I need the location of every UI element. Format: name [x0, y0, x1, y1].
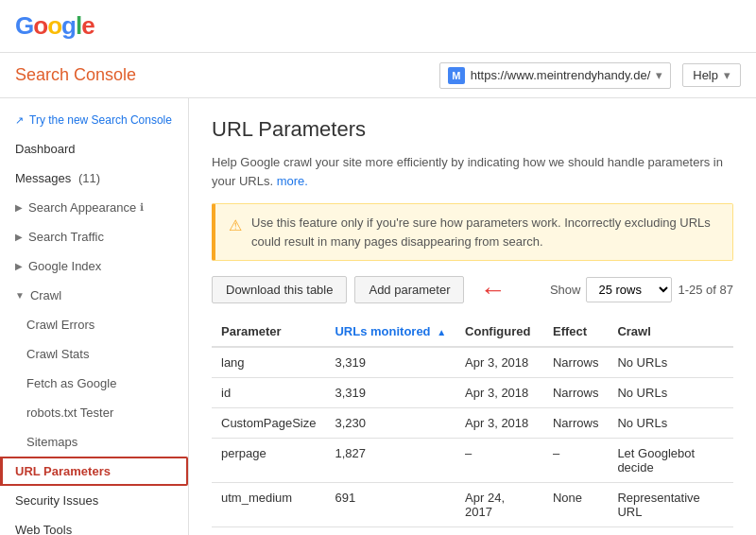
cell-crawl: Representative URL [608, 527, 733, 536]
site-url: https://www.meintrendyhandy.de/ [471, 68, 651, 82]
table-header-row: Parameter URLs monitored ▲ Configured Ef… [212, 317, 733, 347]
rows-per-page-select[interactable]: 25 rows 50 rows 100 rows [586, 277, 672, 302]
main-content: URL Parameters Help Google crawl your si… [189, 98, 756, 535]
table-row: CustomPageSize 3,230 Apr 3, 2018 Narrows… [212, 408, 733, 439]
sidebar-item-search-appearance[interactable]: ▶ Search Appearance ℹ [0, 193, 188, 222]
page-description: Help Google crawl your site more efficie… [212, 153, 733, 190]
cell-crawl: No URLs [608, 378, 733, 408]
cell-configured: Apr 3, 2018 [455, 408, 543, 439]
cell-effect: Narrows [543, 378, 608, 408]
top-bar: Google [0, 0, 756, 53]
cell-configured: Apr 3, 2018 [455, 378, 543, 408]
sidebar-item-dashboard[interactable]: Dashboard [0, 134, 188, 164]
help-button[interactable]: Help ▾ [682, 63, 741, 87]
sidebar-item-google-index[interactable]: ▶ Google Index [0, 251, 188, 281]
site-favicon: M [448, 67, 465, 84]
warning-box: ⚠ Use this feature only if you're sure h… [212, 203, 733, 261]
sidebar-item-crawl-stats[interactable]: Crawl Stats [0, 339, 188, 369]
external-link-icon: ↗ [15, 114, 24, 127]
add-parameter-button[interactable]: Add parameter [354, 276, 464, 303]
table-row: id 3,319 Apr 3, 2018 Narrows No URLs [212, 378, 733, 408]
cell-urls-monitored: 3,230 [325, 408, 455, 439]
expand-icon-traffic: ▶ [15, 232, 23, 242]
table-row: utm_campaign 691 Apr 24, 2017 None Repre… [212, 527, 733, 536]
help-chevron-icon: ▾ [724, 68, 730, 82]
cell-parameter: utm_medium [212, 483, 325, 527]
arrow-annotation: ← [479, 277, 506, 303]
col-urls-monitored[interactable]: URLs monitored ▲ [325, 317, 455, 347]
sidebar: ↗ Try the new Search Console Dashboard M… [0, 98, 189, 535]
table-row: lang 3,319 Apr 3, 2018 Narrows No URLs [212, 347, 733, 378]
cell-parameter: utm_campaign [212, 527, 325, 536]
warning-icon: ⚠ [229, 215, 242, 237]
cell-crawl: No URLs [608, 408, 733, 439]
expand-icon-index: ▶ [15, 261, 23, 271]
main-layout: ↗ Try the new Search Console Dashboard M… [0, 98, 756, 535]
search-console-title: Search Console [15, 65, 439, 85]
toolbar: Download this table Add parameter ← Show… [212, 276, 733, 303]
sidebar-item-fetch-as-google[interactable]: Fetch as Google [0, 369, 188, 398]
cell-configured: Apr 24, 2017 [455, 527, 543, 536]
site-selector[interactable]: M https://www.meintrendyhandy.de/ ▾ [439, 62, 672, 89]
page-title: URL Parameters [212, 117, 733, 142]
warning-text: Use this feature only if you're sure how… [251, 214, 719, 250]
sidebar-item-url-parameters-wrapper: URL Parameters [0, 457, 188, 486]
col-effect: Effect [543, 317, 608, 347]
more-link[interactable]: more. [277, 174, 308, 188]
cell-crawl: Let Googlebot decide [608, 439, 733, 483]
cell-parameter: id [212, 378, 325, 408]
sidebar-item-search-traffic[interactable]: ▶ Search Traffic [0, 222, 188, 251]
info-icon: ℹ [140, 201, 144, 214]
pagination-info: 1-25 of 87 [678, 283, 733, 297]
nav-bar: Search Console M https://www.meintrendyh… [0, 53, 756, 98]
cell-crawl: No URLs [608, 347, 733, 378]
col-parameter: Parameter [212, 317, 325, 347]
cell-urls-monitored: 691 [325, 527, 455, 536]
table-row: perpage 1,827 – – Let Googlebot decide [212, 439, 733, 483]
cell-parameter: lang [212, 347, 325, 378]
expand-icon: ▶ [15, 202, 23, 213]
cell-urls-monitored: 691 [325, 483, 455, 527]
col-crawl: Crawl [608, 317, 733, 347]
cell-configured: Apr 24, 2017 [455, 483, 543, 527]
cell-effect: None [543, 527, 608, 536]
site-selector-chevron-icon: ▾ [656, 68, 662, 82]
table-row: utm_medium 691 Apr 24, 2017 None Represe… [212, 483, 733, 527]
sidebar-item-crawl[interactable]: ▼ Crawl [0, 281, 188, 310]
cell-urls-monitored: 3,319 [325, 378, 455, 408]
cell-parameter: CustomPageSize [212, 408, 325, 439]
col-configured: Configured [455, 317, 543, 347]
cell-effect: None [543, 483, 608, 527]
cell-effect: Narrows [543, 347, 608, 378]
sidebar-item-web-tools[interactable]: Web Tools [0, 515, 188, 535]
cell-effect: – [543, 439, 608, 483]
cell-urls-monitored: 3,319 [325, 347, 455, 378]
cell-crawl: Representative URL [608, 483, 733, 527]
download-table-button[interactable]: Download this table [212, 276, 347, 303]
red-arrow-icon: ← [479, 277, 506, 303]
sidebar-item-security-issues[interactable]: Security Issues [0, 486, 188, 515]
url-parameters-table: Parameter URLs monitored ▲ Configured Ef… [212, 317, 733, 535]
cell-configured: Apr 3, 2018 [455, 347, 543, 378]
sidebar-item-crawl-errors[interactable]: Crawl Errors [0, 310, 188, 339]
cell-effect: Narrows [543, 408, 608, 439]
cell-urls-monitored: 1,827 [325, 439, 455, 483]
cell-configured: – [455, 439, 543, 483]
sort-icon: ▲ [437, 327, 446, 337]
sidebar-item-url-parameters[interactable]: URL Parameters [0, 457, 188, 486]
sidebar-item-try-new[interactable]: ↗ Try the new Search Console [0, 106, 188, 134]
sidebar-item-robots-txt-tester[interactable]: robots.txt Tester [0, 398, 188, 427]
pagination-controls: Show 25 rows 50 rows 100 rows 1-25 of 87 [550, 277, 733, 302]
cell-parameter: perpage [212, 439, 325, 483]
sidebar-item-sitemaps[interactable]: Sitemaps [0, 427, 188, 457]
expand-icon-crawl: ▼ [15, 290, 25, 301]
sidebar-item-messages[interactable]: Messages (11) [0, 164, 188, 193]
google-logo: Google [15, 11, 94, 41]
